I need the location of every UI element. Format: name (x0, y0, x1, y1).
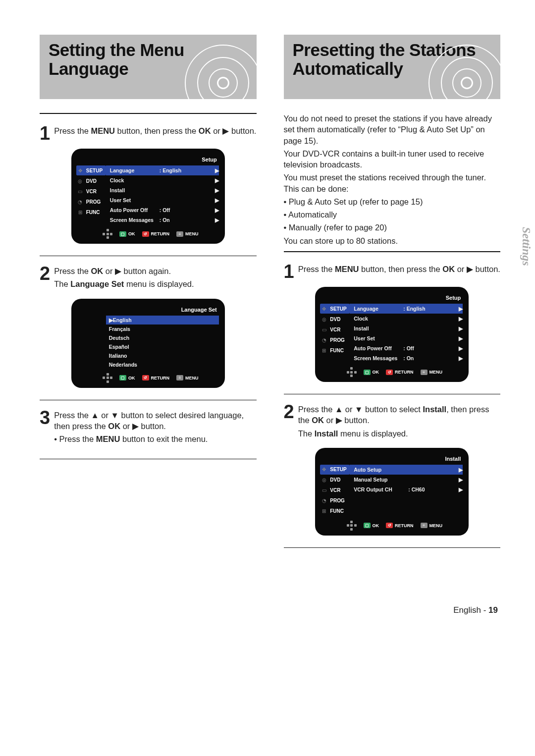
arrow-right-icon: ▶ (213, 197, 219, 203)
t: Install (423, 405, 447, 414)
arrow-right-icon: ▶ (457, 306, 463, 312)
side-tab-prog: ◔PROG (320, 335, 350, 345)
disc-icon: ◎ (76, 177, 84, 184)
right-intro: You do not need to preset the stations i… (284, 113, 501, 246)
two-column-layout: Setting the Menu Language 1 Press the ME… (40, 35, 500, 556)
osd-language-set-screenshot: Language Set ▶English Français Deutsch E… (71, 299, 225, 388)
arrow-right-icon: ▶ (457, 325, 463, 331)
t: menu is displayed. (338, 429, 408, 438)
page-footer: English - 19 (40, 605, 500, 615)
gear-icon: ✥ (76, 167, 84, 174)
foot-ok: ▢OK (119, 231, 135, 237)
t: OK (373, 370, 379, 375)
arrow-right-icon: ▶ (457, 467, 463, 473)
foot-return: ↺RETURN (142, 375, 170, 380)
menu-row-install: Install▶ (350, 324, 463, 333)
t: or ▶ button. (211, 126, 257, 135)
t: OK (128, 231, 135, 236)
footer-page-number: 19 (488, 605, 498, 615)
intro-text: You can store up to 80 stations. (284, 235, 501, 246)
side-tab-func: ⊞FUNC (76, 207, 106, 217)
t: or ▶ button. (324, 416, 370, 425)
osd-menu-rows: Auto Setup▶ Manual Setup▶ VCR Output CH:… (350, 465, 469, 517)
foot-return: ↺RETURN (142, 231, 170, 237)
step-text: Press the ▲ or ▼ button to select desire… (54, 408, 256, 447)
ok-icon: ▢ (119, 231, 126, 237)
t: Press the ▲ or ▼ button to select (298, 405, 423, 414)
osd-setup-screenshot: Setup ✥SETUP ◎DVD ▭VCR ◔PROG ⊞FUNC Langu… (71, 149, 225, 244)
section-heading-left: Setting the Menu Language (40, 35, 257, 99)
lang-nederlands: Nederlands (106, 360, 219, 369)
t: : CH60 (408, 486, 457, 492)
step-text: Press the MENU button, then press the OK… (298, 262, 500, 276)
t: MENU (96, 434, 120, 443)
side-tab-vcr: ▭VCR (320, 486, 350, 495)
t: RETURN (151, 231, 170, 236)
t: : Off (403, 345, 457, 351)
section-heading-right: Presetting the Stations Automatically (284, 35, 501, 99)
t: OK (312, 416, 324, 425)
disc-graphic-icon (428, 45, 500, 99)
t: RETURN (395, 523, 414, 528)
t: or ▶ button again. (103, 267, 171, 275)
clock-icon: ◔ (320, 336, 328, 343)
lang-espanol: Español (106, 342, 219, 351)
side-tab-vcr: ▭VCR (76, 186, 106, 196)
menu-row-userset: User Set▶ (350, 333, 463, 343)
t: VCR (86, 189, 97, 194)
side-tab-setup: ✥SETUP (76, 165, 106, 175)
t: Language Set (70, 279, 124, 288)
side-tab-dvd: ◎DVD (320, 475, 350, 485)
t: OK (128, 376, 135, 380)
intro-text: You must preset the stations received th… (284, 172, 501, 194)
t: DVD (330, 317, 340, 322)
menu-icon: ≡ (421, 523, 428, 528)
foot-menu: ≡MENU (176, 375, 199, 380)
t: menu is displayed. (124, 279, 194, 288)
step-text: Press the MENU button, then press the OK… (54, 124, 256, 138)
arrow-right-icon: ▶ (457, 345, 463, 351)
divider (40, 400, 257, 400)
osd-footer: ▢OK ↺RETURN ≡MENU (71, 225, 225, 244)
divider (284, 394, 501, 394)
lang-deutsch: Deutsch (106, 333, 219, 342)
t: SETUP (330, 306, 346, 312)
menu-row-language: Language: English▶ (350, 304, 463, 314)
divider (40, 113, 257, 114)
t: FUNC (86, 210, 100, 215)
ok-icon: ▢ (364, 523, 371, 528)
t: MENU (185, 376, 199, 380)
t: Screen Messages (354, 355, 403, 361)
bullet: • Plug & Auto Set up (refer to page 15) (284, 196, 501, 207)
t: DVD (330, 477, 340, 483)
foot-menu: ≡MENU (421, 523, 443, 528)
menu-row-autosetup: Auto Setup▶ (350, 465, 463, 475)
t: RETURN (395, 370, 414, 375)
language-list: ▶English Français Deutsch Español Italia… (91, 316, 225, 369)
t: MENU (335, 265, 359, 273)
menu-row-autopower: Auto Power Off: Off▶ (350, 343, 463, 353)
return-icon: ↺ (142, 231, 149, 237)
side-tab-prog: ◔PROG (76, 197, 106, 207)
menu-row-clock: Clock▶ (350, 314, 463, 324)
intro-text: Your DVD-VCR contains a built-in tuner u… (284, 148, 501, 170)
t: VCR (330, 327, 340, 332)
clock-icon: ◔ (320, 497, 328, 504)
foot-ok: ▢OK (364, 370, 379, 375)
t: Language (354, 306, 403, 312)
side-tab-settings: Settings (518, 223, 535, 270)
t: User Set (354, 335, 403, 341)
return-icon: ↺ (142, 375, 149, 380)
divider (284, 251, 501, 252)
step-number: 1 (284, 263, 294, 280)
ok-icon: ▢ (119, 375, 126, 380)
gear-icon: ✥ (320, 466, 328, 473)
t: MENU (429, 370, 443, 375)
step-number: 2 (284, 403, 294, 420)
t: The (298, 429, 315, 438)
step-text: Press the OK or ▶ button again. The Lang… (54, 264, 194, 292)
osd-title: Language Set (71, 307, 225, 316)
t: or ▶ button. (120, 422, 166, 431)
side-tab-prog: ◔PROG (320, 496, 350, 506)
arrow-right-icon: ▶ (213, 217, 219, 223)
